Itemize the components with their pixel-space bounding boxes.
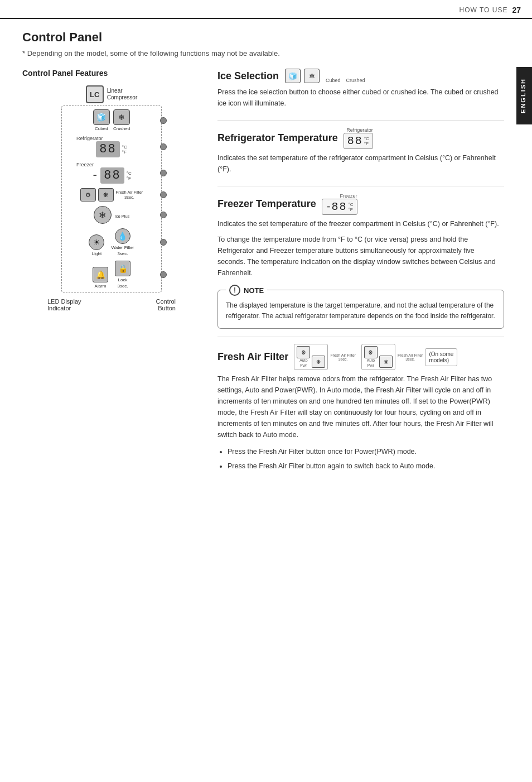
dashed-panel-box: 🧊 Cubed ❄ Crushed [61, 105, 162, 292]
lc-label-line2: Compressor [107, 94, 137, 100]
alarm-icon[interactable]: 🔔 [93, 267, 108, 282]
fa-icon-4: ❋ [379, 356, 393, 368]
alarm-item: 🔔 Alarm [93, 267, 108, 289]
cubed-desc-label: Cubed [326, 78, 341, 83]
fa-icon-2: ❋ [312, 356, 325, 368]
crushed-icon-desc-wrap: ❄ [303, 69, 320, 83]
temp-change-note: To change the temperature mode from °F t… [217, 234, 504, 279]
on-some-models-label: (On some models) [425, 348, 457, 366]
two-column-layout: Control Panel Features LC Linear Compres… [22, 69, 504, 483]
fresh-air-icons-row: ⚙ Auto Pwr ❋ Fresh Air Filter 3sec. [294, 344, 457, 370]
fresh-air-bullets: Press the Fresh Air Filter button once f… [217, 446, 504, 472]
refrigerator-temp-title-row: Refrigerator Temperature Refrigerator 88… [217, 127, 504, 149]
cubed-label: Cubed [95, 126, 108, 131]
freezer-temp-description: Indicates the set temperature of the fre… [217, 218, 504, 229]
light-water-icons: ☀ Light 💧 Water Filter 3sec. [89, 228, 134, 256]
filter-icons-row: ⚙ ❋ [80, 188, 114, 202]
fa-icon1-wrap: ⚙ Auto Pwr [297, 346, 310, 368]
language-tab: ENGLISH [516, 67, 532, 124]
control-button-2[interactable] [160, 143, 167, 150]
lock-label: Lock [118, 277, 128, 282]
main-content: Control Panel * Depending on the model, … [0, 19, 532, 494]
refrigerator-seg-desc: 88 [347, 135, 363, 147]
lock-item: 🔒 Lock 3sec. [115, 261, 130, 289]
right-column: Ice Selection 🧊 ❄ Cubed Crushed Pr [217, 69, 504, 483]
lc-text: Linear Compressor [107, 88, 137, 101]
fresh-air-group-2: ⚙ Auto Pwr ❋ [361, 344, 395, 370]
crushed-desc-label: Crushed [346, 78, 365, 83]
left-column: Control Panel Features LC Linear Compres… [22, 69, 201, 483]
freezer-temp-section: Freezer - 88 °C °F [65, 162, 158, 184]
fa-icon2-wrap: ❋ [312, 356, 325, 368]
ice-plus-label: Ice Plus [115, 214, 130, 219]
light-water-row: ☀ Light 💧 Water Filter 3sec. [65, 228, 158, 256]
fa-label-wrap-2: Fresh Air Filter 3sec. [398, 353, 423, 361]
led-display-label: LED Display Indicator [47, 298, 81, 311]
ice-desc-labels: Cubed Crushed [326, 78, 365, 83]
control-button-3[interactable] [160, 170, 167, 176]
water-filter-sub: 3sec. [117, 251, 128, 256]
lc-box: LC [86, 85, 104, 103]
fresh-air-group-1: ⚙ Auto Pwr ❋ [294, 344, 328, 370]
light-item: ☀ Light [89, 234, 104, 256]
header-label: HOW TO USE [460, 6, 508, 14]
light-icon[interactable]: ☀ [89, 234, 104, 250]
panel-labels: LED Display Indicator Control Button [45, 298, 178, 311]
cubed-ice-icon[interactable]: 🧊 [93, 109, 110, 125]
refrigerator-temp-section-desc: Refrigerator Temperature Refrigerator 88… [217, 127, 504, 175]
alarm-lock-row: 🔔 Alarm 🔒 Lock 3sec. [65, 261, 158, 289]
note-icon: ! [229, 285, 240, 296]
fa-3sec-label-1: 3sec. [338, 357, 348, 361]
fresh-air-3sec-label: 3sec. [116, 195, 143, 200]
fresh-air-title: Fresh Air Filter [217, 351, 288, 363]
refrigerator-seg-display: 88 [96, 141, 119, 157]
page-header: HOW TO USE 27 [0, 0, 532, 19]
page-subtitle: * Depending on the model, some of the fo… [22, 49, 504, 57]
refrigerator-temp-icon-wrap: Refrigerator 88 °C °F [344, 127, 373, 149]
light-label: Light [92, 251, 101, 256]
bullet-item-1: Press the Fresh Air Filter button once f… [228, 446, 504, 457]
crushed-ice-icon[interactable]: ❄ [113, 109, 130, 125]
page-number: 27 [512, 6, 521, 15]
ice-selection-description: Press the ice selection button to choose… [217, 87, 504, 109]
fresh-air-title-row: Fresh Air Filter ⚙ Auto Pwr ❋ [217, 344, 504, 370]
ice-plus-row: ❄ Ice Plus [65, 206, 158, 224]
control-button-label: Control Button [156, 298, 176, 311]
refrigerator-temp-description: Indicates the set temperature of the ref… [217, 152, 504, 175]
fa-icon-1: ⚙ [297, 346, 310, 358]
control-button-7[interactable] [160, 271, 167, 278]
fa-icon4-wrap: ❋ [379, 356, 393, 368]
features-section-header: Control Panel Features [22, 69, 201, 78]
water-filter-item: 💧 Water Filter 3sec. [111, 228, 134, 256]
note-text: The displayed temperature is the target … [226, 300, 496, 322]
freezer-temp-display-desc: - 88 °C °F [322, 199, 357, 215]
lc-label-line1: Linear [107, 88, 123, 94]
ice-plus-icon[interactable]: ❄ [94, 206, 112, 224]
fresh-air-section: Fresh Air Filter ⚙ Auto Pwr ❋ [217, 344, 504, 472]
lc-logo: LC Linear Compressor [86, 85, 137, 103]
refrigerator-temp-display-desc: 88 °C °F [344, 133, 373, 149]
refrigerator-temp-display: 88 °C °F [96, 141, 127, 157]
crushed-icon-desc: ❄ [304, 69, 320, 83]
fa-filter-label-1: Fresh Air Filter [330, 353, 356, 357]
freezer-temp-section-desc: Freezer Temperature Freezer - 88 °C °F [217, 193, 504, 279]
ice-selection-row: 🧊 Cubed ❄ Crushed [65, 109, 158, 131]
ice-selection-section: Ice Selection 🧊 ❄ Cubed Crushed Pr [217, 69, 504, 109]
note-header: ! NOTE [226, 285, 267, 296]
fresh-air-filter-label: Fresh Air Filter [116, 190, 143, 195]
control-button-6[interactable] [160, 239, 167, 246]
lock-icon[interactable]: 🔒 [115, 261, 130, 276]
water-filter-icon[interactable]: 💧 [115, 228, 130, 244]
panel-wrapper: LC Linear Compressor 🧊 [22, 85, 201, 311]
control-button-5[interactable] [160, 212, 167, 218]
filter-icon-1[interactable]: ⚙ [80, 188, 96, 202]
fresh-air-label-wrap: Fresh Air Filter 3sec. [116, 190, 143, 200]
control-button-4[interactable] [160, 191, 167, 198]
filter-icon-2[interactable]: ❋ [98, 188, 114, 202]
refrigerator-temp-units: °C °F [122, 145, 127, 155]
fa-icon3-wrap: ⚙ Auto Pwr [364, 346, 378, 368]
freezer-temp-title-row: Freezer Temperature Freezer - 88 °C °F [217, 193, 504, 215]
control-button-1[interactable] [160, 117, 167, 124]
freezer-temp-label: Freezer [76, 162, 94, 167]
ice-plus-label-wrap: Ice Plus [115, 210, 130, 219]
